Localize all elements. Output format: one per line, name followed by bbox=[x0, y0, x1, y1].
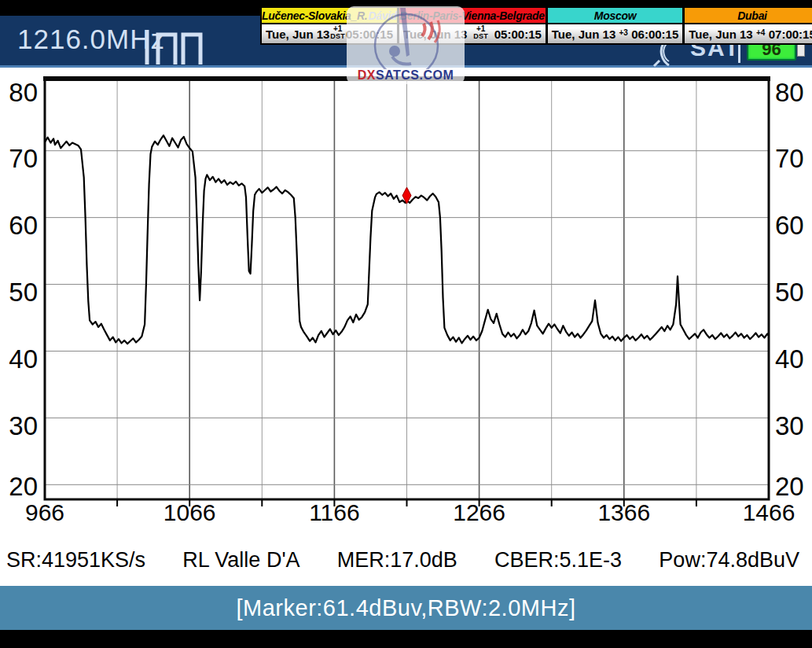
svg-text:80: 80 bbox=[9, 78, 38, 107]
dxsatcs-watermark: DXSATCS.COM bbox=[347, 6, 465, 84]
clock-city-name: Moscow bbox=[594, 9, 636, 22]
svg-text:1466: 1466 bbox=[743, 499, 795, 525]
status-mer: MER:17.0dB bbox=[337, 548, 457, 573]
svg-text:40: 40 bbox=[775, 344, 804, 374]
clock-time-row: Tue, Jun 13 +3 06:00:15 bbox=[548, 24, 682, 43]
status-symbol-rate: SR:41951KS/s bbox=[6, 548, 145, 573]
svg-text:1266: 1266 bbox=[453, 499, 505, 525]
clock-time: 06:00:15 bbox=[631, 28, 678, 41]
clock-time: 05:00:15 bbox=[494, 28, 542, 41]
marker-info-text: [Marker:61.4dBuv,RBW:2.0MHz] bbox=[237, 595, 576, 621]
svg-text:60: 60 bbox=[9, 211, 38, 240]
svg-text:50: 50 bbox=[775, 278, 804, 307]
world-clock-row: Lučenec-Slovakia_R.Dávid Tue, Jun 13 +1D… bbox=[260, 6, 806, 45]
svg-text:20: 20 bbox=[9, 472, 38, 501]
clock-dst-label: DST bbox=[473, 33, 488, 40]
watermark-dx: DX bbox=[358, 68, 376, 82]
svg-text:30: 30 bbox=[9, 411, 38, 440]
svg-text:60: 60 bbox=[775, 211, 804, 240]
clock-date: Tue, Jun 13 bbox=[689, 28, 752, 41]
clock-date: Tue, Jun 13 bbox=[552, 28, 615, 41]
svg-text:70: 70 bbox=[775, 144, 804, 173]
clock-city-name: Dubai bbox=[737, 9, 766, 22]
svg-text:20: 20 bbox=[775, 472, 804, 501]
svg-text:1066: 1066 bbox=[164, 499, 216, 525]
dxsatcs-logo bbox=[347, 6, 465, 69]
svg-text:50: 50 bbox=[9, 278, 38, 307]
svg-text:40: 40 bbox=[9, 344, 38, 374]
status-power: Pow:74.8dBuV bbox=[659, 548, 799, 573]
marker-info-bar: [Marker:61.4dBuv,RBW:2.0MHz] bbox=[0, 586, 812, 630]
clock-city-header: Dubai bbox=[685, 8, 812, 24]
clock-utc-offset: +3 bbox=[619, 29, 628, 37]
svg-text:70: 70 bbox=[9, 144, 38, 173]
clock-time-row: Tue, Jun 13 +4 07:00:15 bbox=[685, 24, 812, 43]
clock-time: 07:00:15 bbox=[769, 28, 812, 41]
svg-text:30: 30 bbox=[775, 411, 804, 440]
svg-text:80: 80 bbox=[775, 78, 804, 107]
watermark-rest: SATCS.COM bbox=[376, 68, 454, 82]
clock-utc-offset: +4 bbox=[756, 29, 765, 37]
clock-dst-label: DST bbox=[330, 33, 345, 40]
clock-city-header: Moscow bbox=[548, 8, 682, 24]
clock-date: Tue, Jun 13 bbox=[266, 28, 329, 41]
status-service-name: RL Valle D'A bbox=[182, 548, 299, 573]
frequency-readout: 1216.0MHz bbox=[17, 24, 165, 55]
clock-panel-dubai: Dubai Tue, Jun 13 +4 07:00:15 bbox=[684, 6, 812, 45]
clock-panel-moscow: Moscow Tue, Jun 13 +3 06:00:15 bbox=[547, 6, 684, 45]
svg-text:966: 966 bbox=[25, 499, 64, 525]
svg-text:1366: 1366 bbox=[597, 499, 650, 525]
square-wave-icon bbox=[144, 27, 211, 68]
status-row: SR:41951KS/s RL Valle D'A MER:17.0dB CBE… bbox=[0, 548, 812, 573]
watermark-text: DXSATCS.COM bbox=[347, 68, 465, 83]
bottom-black-strip bbox=[0, 630, 812, 648]
svg-text:1166: 1166 bbox=[309, 499, 360, 525]
status-cber: CBER:5.1E-3 bbox=[494, 548, 622, 573]
battery-nub bbox=[797, 44, 805, 57]
